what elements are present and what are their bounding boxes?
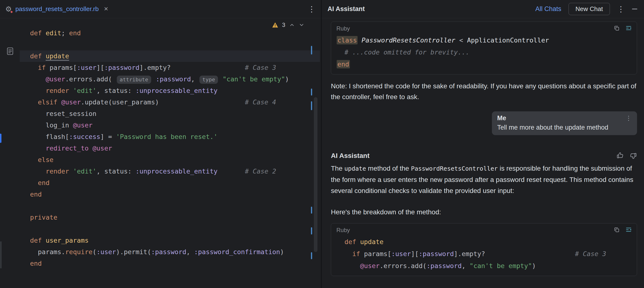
warning-icon xyxy=(272,22,278,28)
code-line[interactable]: log_in @user xyxy=(20,119,320,131)
inline-code: PasswordResetsController xyxy=(411,165,498,172)
copy-icon[interactable] xyxy=(614,25,620,32)
code-line[interactable]: class PasswordResetsController < Applica… xyxy=(331,34,637,46)
response-breakdown-text: Here's the breakdown of the method: xyxy=(331,207,637,217)
editor-options-kebab-icon[interactable]: ⋮ xyxy=(308,4,316,14)
ai-assistant-panel: AI Assistant All Chats New Chat ⋮ Ruby xyxy=(322,0,644,288)
code-line[interactable]: def update xyxy=(331,236,637,248)
previous-problem-chevron-up-icon[interactable] xyxy=(289,22,295,28)
assistant-note-text: Note: I shortened the code for the sake … xyxy=(331,81,637,102)
code-line[interactable]: flash[:success] = 'Password has been res… xyxy=(20,131,320,143)
code-line[interactable]: @user.errors.add( attribute :password, t… xyxy=(20,73,320,85)
warning-count: 3 xyxy=(282,21,285,28)
code-line[interactable]: end xyxy=(20,189,320,200)
insert-at-caret-icon[interactable] xyxy=(625,25,632,32)
ruby-gem-icon: ◆ xyxy=(10,10,13,13)
code-line[interactable]: private xyxy=(20,212,320,223)
header-actions: All Chats New Chat ⋮ xyxy=(536,3,637,15)
vcs-change-marker[interactable] xyxy=(311,252,312,259)
code-block-body[interactable]: def update if params[:user][:password].e… xyxy=(331,235,637,276)
editor-tab-bar: ⚙ ◆ password_resets_controller.rb ✕ ⋮ xyxy=(0,0,321,18)
code-block-header: Ruby xyxy=(331,224,637,235)
editor-left-stripe xyxy=(0,18,20,288)
code-line[interactable]: def update xyxy=(20,50,320,62)
code-line[interactable] xyxy=(20,39,320,50)
file-note-icon[interactable] xyxy=(6,47,14,57)
code-language-label: Ruby xyxy=(336,227,350,234)
all-chats-link[interactable]: All Chats xyxy=(536,5,561,13)
tab-close-icon[interactable]: ✕ xyxy=(104,6,108,12)
code-block-body[interactable]: class PasswordResetsController < Applica… xyxy=(331,33,637,74)
hide-panel-icon[interactable] xyxy=(632,9,637,9)
code-line[interactable]: if params[:user][:password].empty? # Cas… xyxy=(331,248,637,260)
new-chat-button[interactable]: New Chat xyxy=(568,3,610,15)
vcs-change-marker[interactable] xyxy=(311,101,312,110)
thumbs-up-icon[interactable] xyxy=(616,152,624,160)
code-line[interactable]: def user_params xyxy=(20,235,320,246)
code-line[interactable]: @user.errors.add(:password, "can't be em… xyxy=(331,260,637,272)
ide-window: ⚙ ◆ password_resets_controller.rb ✕ ⋮ xyxy=(0,0,644,288)
code-line[interactable] xyxy=(20,223,320,235)
inline-code: update xyxy=(344,165,366,172)
response-author: AI Assistant xyxy=(331,152,370,160)
code-line[interactable]: if params[:user][:password].empty? # Cas… xyxy=(20,62,320,73)
vcs-change-marker[interactable] xyxy=(311,207,312,214)
editor-pane: ⚙ ◆ password_resets_controller.rb ✕ ⋮ xyxy=(0,0,321,288)
code-line[interactable] xyxy=(20,200,320,212)
inspections-widget[interactable]: 3 xyxy=(272,21,304,28)
code-snippet-block: Ruby xyxy=(331,223,637,276)
user-message-text: Tell me more about the update method xyxy=(497,124,632,131)
editor-body: 3 def edit; end def update if params[:us… xyxy=(0,18,321,288)
code-line[interactable]: render 'edit', status: :unprocessable_en… xyxy=(20,166,320,177)
panel-title: AI Assistant xyxy=(328,5,365,13)
message-options-kebab-icon[interactable]: ⋮ xyxy=(626,114,632,122)
code-line[interactable]: render 'edit', status: :unprocessable_en… xyxy=(20,85,320,96)
vcs-change-marker[interactable] xyxy=(311,227,312,235)
code-line[interactable]: def edit; end xyxy=(20,27,320,39)
code-line[interactable]: end xyxy=(20,258,320,269)
code-block-header: Ruby xyxy=(331,22,637,33)
code-language-label: Ruby xyxy=(336,25,350,32)
code-line[interactable]: params.require(:user).permit(:password, … xyxy=(20,246,320,258)
code-snippet-block: Ruby xyxy=(331,21,637,74)
file-tab-title: password_resets_controller.rb xyxy=(16,5,99,13)
vcs-change-marker[interactable] xyxy=(311,46,312,54)
chat-content: Ruby xyxy=(322,18,644,276)
response-paragraph: The update method of the PasswordResetsC… xyxy=(331,163,637,196)
thumbs-down-icon[interactable] xyxy=(630,152,637,160)
next-problem-chevron-down-icon[interactable] xyxy=(299,22,304,28)
response-header: AI Assistant xyxy=(331,151,637,161)
code-line[interactable]: end xyxy=(331,58,637,70)
rails-controller-icon: ⚙ ◆ xyxy=(5,5,12,13)
code-line[interactable]: else xyxy=(20,154,320,166)
code-line[interactable]: # ...code omitted for brevity... xyxy=(331,46,637,58)
stripe-selection-indicator xyxy=(0,134,2,143)
code-line[interactable]: reset_session xyxy=(20,108,320,119)
ai-assistant-header: AI Assistant All Chats New Chat ⋮ xyxy=(322,0,644,18)
code-line[interactable]: elsif @user.update(user_params) # Case 4 xyxy=(20,96,320,108)
editor-scrollbar[interactable] xyxy=(314,97,318,252)
code-line[interactable]: redirect_to @user xyxy=(20,143,320,154)
vcs-change-marker[interactable] xyxy=(311,89,312,95)
user-message-author: Me xyxy=(497,114,506,122)
panel-options-kebab-icon[interactable]: ⋮ xyxy=(617,4,625,14)
file-tab[interactable]: ⚙ ◆ password_resets_controller.rb ✕ xyxy=(5,0,108,18)
copy-icon[interactable] xyxy=(614,227,620,234)
code-line[interactable]: end xyxy=(20,177,320,189)
insert-at-caret-icon[interactable] xyxy=(625,226,632,234)
stripe-scroll-block xyxy=(0,242,2,268)
user-message-bubble: Me ⋮ Tell me more about the update metho… xyxy=(492,111,637,135)
code-editor[interactable]: def edit; end def update if params[:user… xyxy=(20,18,320,288)
